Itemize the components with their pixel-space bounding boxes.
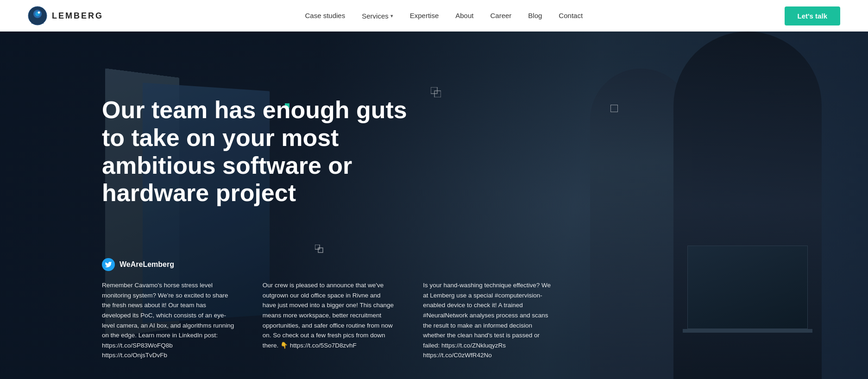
nav-item-contact[interactable]: Contact — [559, 12, 583, 20]
post-3: Is your hand-washing technique effective… — [423, 280, 556, 360]
logo-link[interactable]: LEMBERG — [28, 6, 103, 25]
nav-link-blog[interactable]: Blog — [528, 12, 542, 19]
cta-button[interactable]: Let's talk — [785, 6, 840, 25]
twitter-icon — [102, 258, 115, 271]
hero-section: Our team has enough guts to take on your… — [0, 32, 868, 379]
nav-link-case-studies[interactable]: Case studies — [305, 12, 345, 19]
nav-item-case-studies[interactable]: Case studies — [305, 12, 345, 20]
svg-rect-5 — [434, 91, 441, 97]
svg-point-3 — [38, 12, 40, 14]
svg-rect-7 — [318, 248, 323, 253]
nav-menu: Case studies Services ▾ Expertise About … — [305, 12, 583, 20]
hero-content: Our team has enough guts to take on your… — [102, 96, 435, 244]
deco-rect-outline — [610, 105, 618, 112]
nav-item-services[interactable]: Services ▾ — [362, 12, 393, 20]
nav-link-services[interactable]: Services — [362, 12, 389, 20]
nav-link-about[interactable]: About — [455, 12, 473, 19]
social-handle: WeAreLemberg — [120, 260, 174, 269]
navbar: LEMBERG Case studies Services ▾ Expertis… — [0, 0, 868, 32]
social-section: WeAreLemberg Remember Cavamo's horse str… — [102, 258, 840, 360]
services-chevron-icon: ▾ — [390, 13, 393, 19]
nav-item-about[interactable]: About — [455, 12, 473, 20]
logo-text: LEMBERG — [52, 11, 103, 21]
nav-link-career[interactable]: Career — [490, 12, 511, 19]
nav-item-blog[interactable]: Blog — [528, 12, 542, 20]
social-header: WeAreLemberg — [102, 258, 840, 271]
social-posts-grid: Remember Cavamo's horse stress level mon… — [102, 280, 556, 360]
nav-item-career[interactable]: Career — [490, 12, 511, 20]
post-2: Our crew is pleased to announce that we'… — [263, 280, 396, 360]
nav-link-expertise[interactable]: Expertise — [410, 12, 439, 19]
post-1: Remember Cavamo's horse stress level mon… — [102, 280, 235, 360]
hero-title: Our team has enough guts to take on your… — [102, 96, 435, 207]
logo-icon — [28, 6, 47, 25]
nav-item-expertise[interactable]: Expertise — [410, 12, 439, 20]
svg-rect-4 — [431, 87, 437, 94]
nav-link-contact[interactable]: Contact — [559, 12, 583, 19]
deco-small-rect — [315, 245, 323, 255]
svg-rect-6 — [315, 245, 320, 249]
